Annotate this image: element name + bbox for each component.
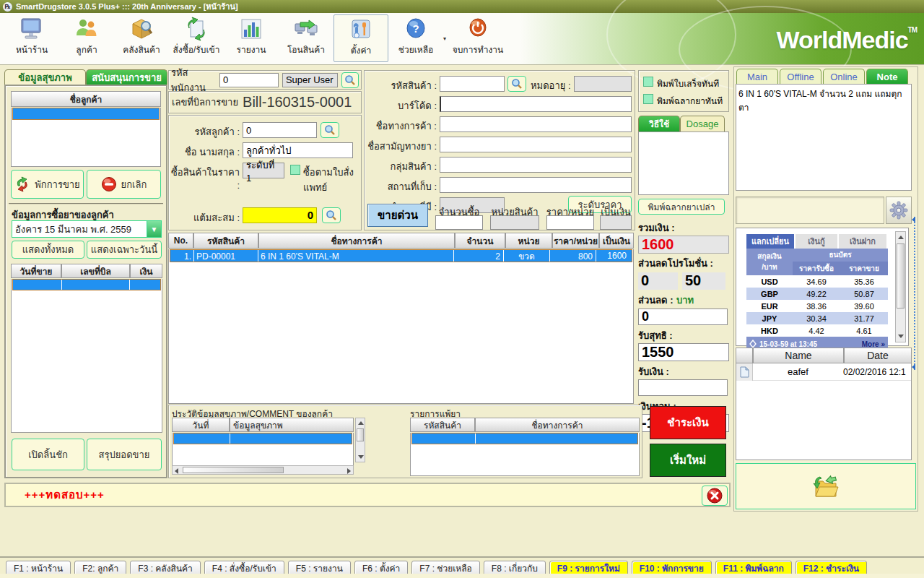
price-per-unit-input[interactable]: [546, 215, 594, 230]
cancel-sale-button[interactable]: ยกเลิก: [87, 170, 161, 199]
trade-name-input[interactable]: [440, 116, 632, 132]
barcode-label: บาร์โค้ด :: [365, 98, 437, 113]
help-dropdown-caret[interactable]: ▾: [443, 14, 450, 62]
comment-selected-row[interactable]: [173, 433, 352, 444]
restart-button[interactable]: เริ่มใหม่: [650, 444, 726, 477]
comment-vscroll-thumb[interactable]: [357, 428, 364, 441]
print-label-checkbox[interactable]: [643, 94, 653, 104]
close-icon: [706, 487, 723, 504]
toolbar-transfer-button[interactable]: โอนสินค้า: [279, 14, 334, 62]
splitter-arrow-bottom[interactable]: [912, 364, 915, 370]
history-selected-row[interactable]: [12, 279, 161, 290]
promo-discount-label: ส่วนลดโปรโมชั่น :: [638, 256, 729, 271]
open-drawer-button[interactable]: เปิดลิ้นชัก: [12, 439, 84, 470]
usage-box: วิธีใช้ Dosage พิมพ์ฉลากยาเปล่า: [638, 116, 729, 218]
main-toolbar: WorldMedicTM หน้าร้าน ลูกค้า คลังสินค้า …: [0, 13, 924, 65]
product-search-button[interactable]: [507, 76, 526, 92]
fx-tab-loan[interactable]: เงินกู้: [796, 234, 837, 249]
toolbar-exit-button[interactable]: จบการทำงาน: [450, 14, 505, 62]
allergy-selected-row[interactable]: [411, 433, 638, 444]
toolbar-purchase-button[interactable]: สั่งซื้อ/รับเข้า: [169, 14, 224, 62]
generic-name-input[interactable]: [440, 137, 632, 152]
fx-col-currency: สกุลเงิน /บาท: [746, 249, 793, 275]
toolbar-customers-button[interactable]: ลูกค้า: [59, 14, 114, 62]
tab-health-info[interactable]: ข้อมูลสุขภาพ: [4, 69, 86, 85]
tab-online[interactable]: Online: [823, 69, 865, 84]
date-picker-value: อังคาร 15 มีนาคม พ.ศ. 2559: [12, 221, 147, 237]
product-group-input[interactable]: [440, 157, 632, 173]
folder-icon: [810, 473, 842, 500]
scroll-up-arrow[interactable]: [898, 236, 904, 239]
employee-search-button[interactable]: [341, 72, 359, 88]
toolbar-help-button[interactable]: ? ช่วยเหลือ: [388, 14, 443, 62]
barcode-input[interactable]: [440, 96, 632, 112]
employee-code-input[interactable]: [219, 73, 279, 87]
quick-entry-input[interactable]: [736, 197, 884, 224]
tab-usage[interactable]: วิธีใช้: [638, 116, 680, 131]
customer-search-button[interactable]: [321, 122, 339, 138]
sales-summary-button[interactable]: สรุปยอดขาย: [87, 439, 162, 470]
note-area[interactable]: 6 IN 1 60'S VITAL-M จำนวน 2 แถม แถมตุกตา: [736, 84, 912, 191]
fx-tab-deposit[interactable]: เงินฝาก: [839, 234, 886, 249]
customer-name-input[interactable]: [243, 142, 353, 158]
file-row[interactable]: eafef 02/02/2016 12:1: [736, 363, 911, 381]
date-picker[interactable]: อังคาร 15 มีนาคม พ.ศ. 2559 ▼: [12, 220, 162, 238]
comment-vscrollbar[interactable]: [355, 418, 365, 462]
scroll-left-arrow[interactable]: [175, 468, 178, 474]
panel-splitter[interactable]: [914, 217, 918, 370]
product-code-input[interactable]: [440, 76, 505, 92]
close-message-button[interactable]: [702, 486, 728, 506]
power-icon: [465, 17, 491, 41]
fx-tab-exchange[interactable]: แลกเปลี่ยน: [746, 234, 794, 249]
storage-input[interactable]: [440, 177, 632, 193]
show-all-button[interactable]: แสดงทั้งหมด: [12, 241, 84, 259]
toolbar-inventory-button[interactable]: คลังสินค้า: [114, 14, 169, 62]
tab-offline[interactable]: Offline: [780, 69, 821, 84]
customer-list-selected-row[interactable]: [12, 108, 160, 120]
help-icon: ?: [403, 17, 429, 41]
show-today-button[interactable]: แสดงเฉพาะวันนี้: [87, 241, 162, 259]
tab-note[interactable]: Note: [866, 69, 908, 84]
points-search-button[interactable]: [322, 207, 341, 223]
history-col-date: วันที่ขาย: [11, 264, 61, 278]
exchange-vscroll-thumb[interactable]: [897, 243, 905, 309]
comment-hscroll-thumb[interactable]: [183, 467, 284, 473]
bill-label: เลขที่บิลการขาย: [172, 95, 238, 110]
exchange-inner: แลกเปลี่ยน เงินกู้ เงินฝาก สกุลเงิน /บาท…: [746, 234, 888, 351]
scroll-right-arrow[interactable]: [347, 468, 351, 474]
col-price: ราคา/หน่วย: [552, 233, 599, 249]
col-name: ชื่อทางการค้า: [258, 233, 455, 249]
toolbar-settings-button[interactable]: ตั้งค่า: [334, 14, 388, 62]
scroll-up-arrow[interactable]: [358, 421, 364, 425]
splitter-arrow-top[interactable]: [912, 217, 915, 223]
received-input[interactable]: [638, 379, 728, 396]
date-picker-dropdown-icon[interactable]: ▼: [147, 221, 161, 237]
scroll-down-arrow[interactable]: [358, 455, 364, 459]
tab-sales-support[interactable]: สนับสนุนการขาย: [86, 69, 167, 85]
open-file-button[interactable]: [736, 463, 916, 509]
comment-table: วันที่ ข้อมูลสุขภาพ: [172, 418, 354, 466]
customer-code-input[interactable]: [243, 122, 317, 138]
hold-sale-button[interactable]: พักการขาย: [11, 170, 84, 199]
discount-input[interactable]: [638, 309, 728, 325]
product-form: รหัสสินค้า : หมดอายุ : บาร์โค้ด : ชื่อทา…: [364, 70, 635, 230]
print-receipt-checkbox[interactable]: [643, 77, 653, 87]
prescription-checkbox[interactable]: [290, 165, 300, 175]
toolbar-reports-button[interactable]: รายงาน: [224, 14, 279, 62]
usage-text-area[interactable]: [638, 131, 729, 195]
pay-button[interactable]: ชำระเงิน: [650, 406, 726, 439]
toolbar-storefront-button[interactable]: หน้าร้าน: [4, 14, 59, 62]
inventory-icon: [128, 17, 154, 41]
qty-input[interactable]: [435, 215, 483, 230]
comment-hscrollbar[interactable]: [172, 465, 354, 475]
hold-sale-icon: [14, 176, 30, 192]
fx-more-link[interactable]: More »: [862, 340, 885, 348]
scroll-down-arrow[interactable]: [898, 335, 904, 338]
exchange-vscrollbar[interactable]: [895, 231, 906, 342]
tab-dosage[interactable]: Dosage: [680, 116, 725, 131]
quick-sale-button[interactable]: ขายด่วน: [367, 204, 428, 227]
settings-gear-button[interactable]: [886, 197, 912, 224]
print-blank-label-button[interactable]: พิมพ์ฉลากยาเปล่า: [638, 199, 725, 215]
tab-main[interactable]: Main: [736, 69, 778, 84]
sale-item-row[interactable]: 1. PD-00001 6 IN 1 60'S VITAL-M 2 ขวด 80…: [170, 249, 632, 262]
